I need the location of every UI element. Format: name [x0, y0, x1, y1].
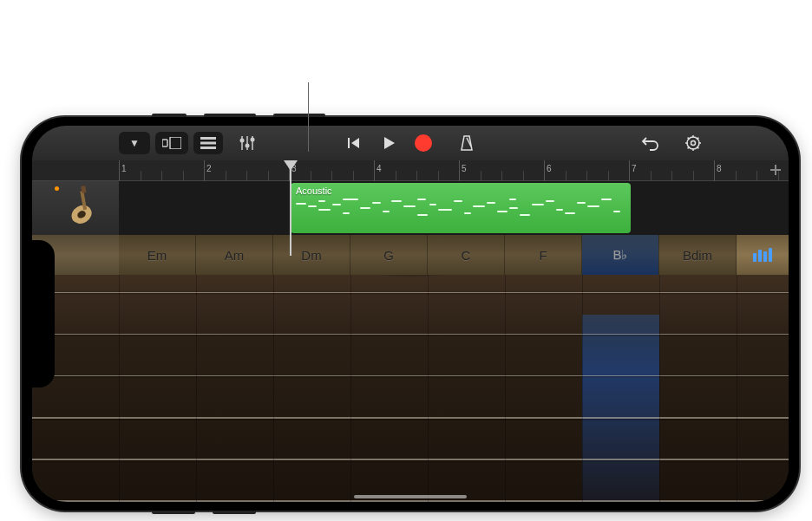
region-label: Acoustic — [296, 186, 625, 196]
ruler-bar-6: 6 — [547, 164, 552, 173]
tracks-view-button[interactable] — [193, 132, 223, 154]
ruler-bar-2: 2 — [206, 164, 212, 173]
undo-button[interactable] — [641, 134, 658, 152]
chord-C[interactable]: C — [428, 235, 505, 275]
track-controls-button[interactable] — [239, 134, 256, 152]
go-to-beginning-button[interactable] — [345, 134, 363, 152]
svg-rect-11 — [348, 138, 350, 148]
midi-notes-preview — [296, 199, 625, 230]
svg-rect-4 — [200, 147, 216, 149]
chord-Bdim[interactable]: Bdim — [659, 235, 737, 275]
chord-Bb[interactable]: B♭ — [582, 235, 659, 275]
active-chord-highlight — [582, 315, 659, 502]
view-toggle-button[interactable] — [155, 132, 188, 154]
string-2[interactable] — [32, 334, 789, 335]
svg-rect-1 — [170, 137, 181, 149]
svg-point-10 — [251, 138, 255, 142]
toolbar: ▼ — [32, 126, 789, 160]
ruler-bar-7: 7 — [632, 164, 637, 173]
autoplay-button[interactable] — [737, 235, 789, 275]
view-icon — [162, 137, 181, 149]
string-4[interactable] — [32, 417, 789, 419]
svg-point-6 — [240, 139, 245, 143]
home-indicator[interactable] — [354, 495, 467, 498]
instrument-area: EmAmDmGCFB♭Bdim — [32, 235, 789, 502]
svg-point-8 — [246, 144, 250, 148]
settings-button[interactable] — [684, 134, 702, 152]
playhead[interactable] — [284, 160, 298, 174]
record-button[interactable] — [415, 134, 432, 152]
svg-rect-3 — [200, 142, 216, 145]
notch — [32, 240, 55, 387]
ruler-bar-5: 5 — [462, 164, 467, 173]
chord-Em[interactable]: Em — [119, 235, 196, 275]
annotation-callout-line — [308, 82, 309, 152]
play-button[interactable] — [380, 134, 397, 152]
svg-point-14 — [691, 141, 696, 146]
string-3[interactable] — [32, 375, 789, 376]
ruler-bar-4: 4 — [377, 164, 382, 173]
track-header[interactable] — [32, 181, 119, 235]
screen: ▼ — [32, 126, 789, 502]
guitar-icon — [56, 179, 112, 237]
track-row: Acoustic — [32, 181, 789, 235]
ruler[interactable]: 12345678 — [32, 160, 789, 181]
chevron-down-icon: ▼ — [129, 137, 140, 149]
svg-rect-2 — [200, 137, 216, 140]
phone-frame: ▼ — [22, 117, 799, 511]
chord-G[interactable]: G — [350, 235, 428, 275]
string-6[interactable] — [32, 500, 789, 502]
chord-Am[interactable]: Am — [196, 235, 273, 275]
svg-rect-0 — [162, 140, 167, 147]
string-1[interactable] — [32, 292, 789, 293]
track-timeline[interactable]: Acoustic — [119, 181, 789, 235]
string-5[interactable] — [32, 459, 789, 460]
browser-button[interactable]: ▼ — [119, 132, 150, 154]
ruler-bar-8: 8 — [717, 164, 722, 173]
strings-area[interactable] — [32, 275, 789, 502]
track-automation-dot — [55, 186, 59, 191]
metronome-button[interactable] — [458, 134, 475, 152]
chord-Dm[interactable]: Dm — [273, 235, 350, 275]
midi-region[interactable]: Acoustic — [291, 183, 631, 233]
tracks-icon — [200, 137, 216, 149]
ruler-bar-1: 1 — [121, 164, 127, 173]
autoplay-icon — [753, 248, 772, 262]
chord-strip: EmAmDmGCFB♭Bdim — [32, 235, 789, 275]
add-section-button[interactable] — [769, 164, 782, 179]
chord-F[interactable]: F — [505, 235, 582, 275]
